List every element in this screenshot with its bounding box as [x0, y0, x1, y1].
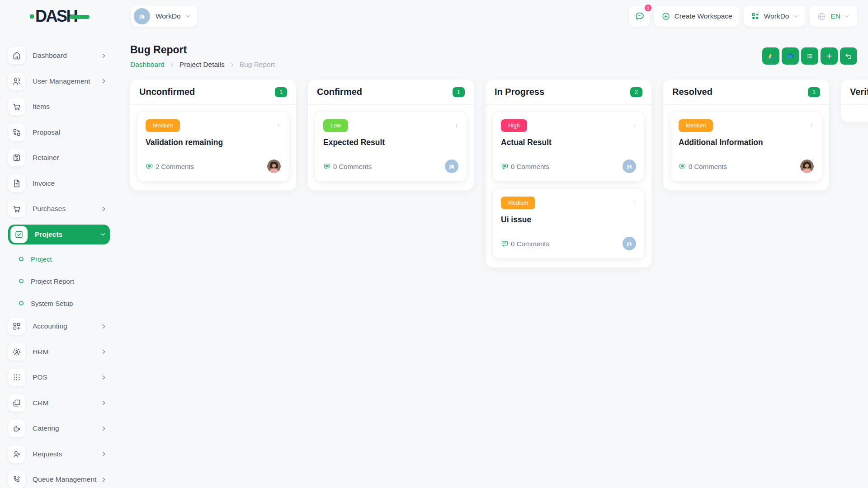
sidebar-nav: Dashboard User Management Items Proposal… — [0, 33, 116, 488]
column-title: Unconfirmed — [139, 87, 195, 97]
check-square-icon — [10, 226, 28, 243]
column-header: Unconfirmed 1 — [130, 80, 296, 105]
chevron-right-icon — [169, 62, 175, 68]
workspace-avatar — [623, 237, 636, 250]
sidebar-item-crm[interactable]: CRM — [8, 393, 110, 413]
sidebar-item-dashboard[interactable]: Dashboard — [8, 46, 110, 66]
column-title: Verified — [850, 87, 868, 97]
kebab-icon — [632, 197, 636, 208]
language-menu[interactable]: EN — [810, 6, 857, 27]
chevron-right-icon — [100, 206, 107, 212]
card-footer: 2 Comments — [146, 160, 281, 173]
sidebar-item-proposal[interactable]: Proposal — [8, 122, 110, 142]
onedrive-button[interactable] — [782, 47, 799, 65]
chevron-right-icon — [229, 62, 235, 68]
chevron-right-icon — [100, 425, 107, 432]
language-label: EN — [830, 12, 840, 20]
priority-badge: Medium — [146, 119, 180, 132]
card-title: Validation remaining — [146, 138, 281, 147]
card-menu-button[interactable] — [451, 119, 461, 132]
breadcrumb-project-details-link[interactable]: Project Details — [179, 61, 225, 69]
page-header: Bug Report Dashboard Project Details Bug… — [116, 33, 868, 69]
task-card[interactable]: Medium Ui issue 0 Comments — [493, 189, 644, 258]
chevron-right-icon — [100, 78, 107, 84]
sidebar-item-requests[interactable]: Requests — [8, 444, 110, 464]
messages-button[interactable]: 0 — [629, 6, 650, 27]
task-card[interactable]: Medium Validation remaining 2 Comments — [137, 112, 289, 181]
comments-count: 0 Comments — [501, 163, 549, 170]
breadcrumb: Dashboard Project Details Bug Report — [130, 61, 275, 69]
workdo-menu-label: WorkDo — [764, 12, 789, 20]
chevron-right-icon — [100, 323, 107, 330]
sidebar-item-label: Catering — [33, 424, 100, 432]
kebab-icon — [277, 120, 281, 131]
sidebar-item-label: Dashboard — [33, 52, 100, 60]
task-card[interactable]: High Actual Result 0 Comments — [493, 112, 644, 181]
card-menu-button[interactable] — [629, 119, 639, 132]
workspace-avatar — [134, 8, 150, 24]
chevron-right-icon — [100, 399, 107, 406]
column-title: Resolved — [672, 87, 712, 97]
workdo-menu[interactable]: WorkDo — [744, 6, 806, 27]
sidebar-item-catering[interactable]: Catering — [8, 418, 110, 438]
task-card[interactable]: Low Expected Result 0 Comments — [315, 112, 467, 181]
app-root: DASH Dashboard User Management Items P — [0, 0, 868, 488]
card-footer: 0 Comments — [679, 160, 814, 173]
sidebar-item-pos[interactable]: POS — [8, 367, 110, 387]
sidebar-item-label: Purchases — [33, 205, 100, 213]
add-button[interactable] — [821, 47, 838, 65]
comment-icon — [501, 163, 509, 170]
column-body: Medium Validation remaining 2 Comments — [130, 105, 296, 190]
assignee-avatar — [267, 160, 281, 173]
task-card[interactable]: Medium Additional Information 0 Comments — [670, 112, 822, 181]
sidebar-subitem-project[interactable]: Project — [8, 250, 110, 268]
column-count-badge: 2 — [630, 87, 642, 97]
list-icon — [805, 52, 814, 61]
back-button[interactable] — [840, 47, 857, 65]
sidebar-item-purchases[interactable]: Purchases — [8, 199, 110, 219]
brand-logo[interactable]: DASH — [30, 7, 90, 26]
card-title: Actual Result — [501, 138, 636, 147]
page-actions — [762, 44, 857, 65]
sidebar-subitem-system-setup[interactable]: System Setup — [8, 294, 110, 312]
sidebar-item-items[interactable]: Items — [8, 97, 110, 117]
sidebar-subitem-project-report[interactable]: Project Report — [8, 272, 110, 290]
google-drive-icon — [766, 52, 775, 61]
workspace-selector[interactable]: WorkDo — [131, 6, 197, 27]
card-menu-button[interactable] — [629, 196, 639, 210]
card-menu-button[interactable] — [807, 119, 816, 132]
comments-label: 0 Comments — [689, 163, 727, 170]
google-drive-button[interactable] — [762, 47, 779, 65]
kanban-board: Unconfirmed 1 Medium Validation remainin… — [116, 69, 868, 488]
sidebar-item-hrm[interactable]: HRM — [8, 342, 110, 362]
card-menu-button[interactable] — [274, 119, 283, 132]
coffee-icon — [8, 420, 25, 437]
undo-icon — [844, 52, 853, 61]
sidebar-item-user-management[interactable]: User Management — [8, 71, 110, 91]
messages-count-badge: 0 — [644, 4, 652, 12]
sidebar-item-queue-management[interactable]: Queue Management — [8, 469, 110, 488]
column-count-badge: 1 — [275, 87, 287, 97]
sidebar-item-label: CRM — [33, 399, 100, 407]
sidebar-item-invoice[interactable]: Invoice — [8, 174, 110, 193]
plus-icon — [825, 52, 834, 61]
user-plus-icon — [8, 446, 25, 463]
list-view-button[interactable] — [801, 47, 818, 65]
workspace-avatar — [623, 160, 636, 173]
create-workspace-button[interactable]: Create Workspace — [654, 6, 740, 27]
onedrive-icon — [786, 52, 795, 61]
priority-badge: Low — [323, 119, 348, 132]
kebab-icon — [632, 120, 636, 131]
breadcrumb-dashboard-link[interactable]: Dashboard — [130, 61, 165, 69]
comments-count: 0 Comments — [501, 240, 549, 248]
comments-count: 0 Comments — [323, 163, 372, 170]
sidebar-item-retainer[interactable]: Retainer — [8, 148, 110, 168]
chevron-down-icon — [185, 14, 191, 19]
sidebar-item-accounting[interactable]: Accounting — [8, 316, 110, 336]
sidebar-item-projects[interactable]: Projects — [8, 225, 110, 244]
column-count-badge: 1 — [453, 87, 465, 97]
proposal-icon — [8, 124, 25, 141]
comment-icon — [679, 163, 686, 170]
comment-icon — [146, 163, 153, 170]
workspace-name: WorkDo — [156, 12, 181, 20]
